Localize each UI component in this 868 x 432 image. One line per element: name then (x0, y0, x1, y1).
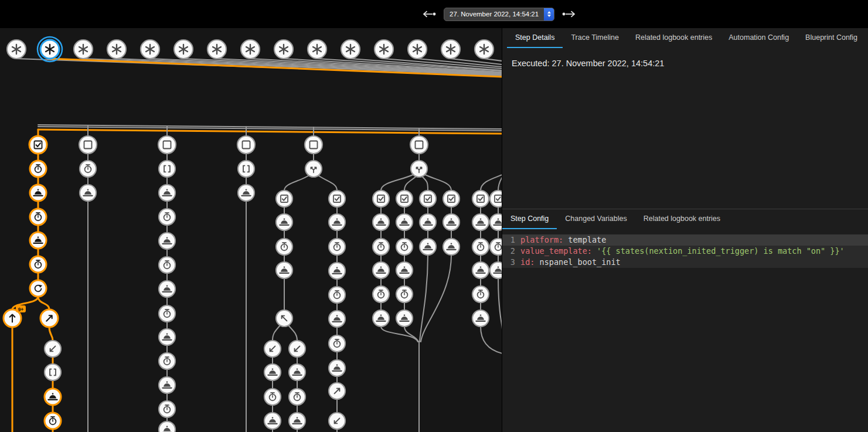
graph-node-timer[interactable] (80, 161, 96, 177)
graph-node-repeat[interactable] (30, 280, 46, 297)
graph-node-dome[interactable] (276, 214, 292, 230)
graph-node-dome[interactable] (276, 262, 292, 278)
graph-node-brackets[interactable] (238, 161, 254, 177)
graph-node-arrow-bottom-left[interactable] (264, 341, 281, 357)
graph-node-dome[interactable] (420, 239, 436, 255)
graph-node-timer[interactable] (45, 413, 61, 429)
graph-node-dome[interactable] (264, 364, 281, 380)
graph-node-arrow-top-right[interactable] (329, 383, 345, 399)
graph-node-checkbox-blank[interactable] (305, 136, 322, 154)
graph-node-checkbox-marked[interactable] (373, 191, 389, 207)
graph-node-asterisk[interactable] (174, 40, 193, 59)
graph-node-asterisk[interactable] (375, 40, 393, 59)
graph-node-checkbox-blank[interactable] (410, 136, 428, 154)
graph-node-dome[interactable] (443, 239, 459, 255)
trace-timestamp-select[interactable]: 27. November 2022, 14:54:21 (444, 8, 554, 21)
graph-node-dome[interactable] (159, 421, 175, 432)
graph-node-timer[interactable] (159, 257, 175, 273)
graph-node-dome[interactable] (490, 262, 502, 278)
graph-node-dome[interactable] (420, 214, 436, 230)
graph-node-asterisk[interactable] (74, 40, 93, 59)
next-trace-button[interactable] (561, 9, 577, 19)
graph-node-timer[interactable] (329, 335, 345, 352)
graph-node-checkbox-blank[interactable] (158, 136, 176, 154)
graph-node-dome[interactable] (45, 389, 61, 405)
graph-node-dome[interactable] (289, 364, 305, 380)
graph-node-asterisk[interactable] (341, 40, 360, 59)
graph-node-checkbox-blank[interactable] (79, 136, 97, 154)
graph-node-timer[interactable] (472, 239, 489, 255)
graph-node-timer[interactable] (276, 239, 292, 255)
select-stepper-icon[interactable] (544, 8, 554, 21)
graph-node-asterisk[interactable] (38, 37, 62, 62)
graph-node-timer[interactable] (490, 239, 502, 255)
graph-node-asterisk[interactable] (241, 40, 260, 59)
graph-node-brackets[interactable] (45, 364, 61, 380)
graph-node-arrow-top-right[interactable] (40, 309, 58, 327)
graph-node-checkbox-blank[interactable] (237, 136, 255, 154)
graph-node-dome[interactable] (159, 329, 175, 345)
graph-node-call-split[interactable] (411, 161, 427, 177)
graph-node-timer[interactable] (159, 401, 175, 417)
graph-node-dome[interactable] (159, 377, 175, 393)
graph-node-timer[interactable] (329, 239, 345, 255)
graph-node-timer[interactable] (159, 353, 175, 369)
graph-node-dome[interactable] (373, 214, 389, 230)
graph-node-dome[interactable] (264, 413, 281, 429)
graph-node-checkbox-marked[interactable] (329, 191, 345, 207)
graph-node-asterisk[interactable] (207, 40, 226, 59)
graph-node-dome[interactable] (472, 262, 489, 278)
graph-node-timer[interactable] (159, 209, 175, 225)
graph-node-dome[interactable] (30, 185, 46, 201)
graph-node-arrow-top-left[interactable] (276, 310, 292, 326)
graph-node-asterisk[interactable] (107, 40, 126, 59)
graph-node-timer[interactable] (373, 239, 389, 255)
graph-node-dome[interactable] (396, 310, 413, 326)
graph-node-asterisk[interactable] (7, 40, 26, 59)
graph-node-checkbox-marked[interactable] (420, 191, 436, 207)
graph-node-dome[interactable] (472, 310, 489, 326)
graph-node-dome[interactable] (373, 310, 389, 326)
graph-node-dome[interactable] (373, 262, 389, 278)
graph-node-dome[interactable] (329, 263, 345, 279)
graph-node-arrow-bottom-left[interactable] (289, 341, 305, 357)
graph-node-dome[interactable] (329, 360, 345, 376)
code-line[interactable]: 2value_template: '{{ states(nextion_init… (502, 246, 868, 257)
graph-node-arrow-bottom-left[interactable] (329, 413, 345, 429)
graph-node-timer[interactable] (472, 286, 489, 302)
graph-node-dome[interactable] (329, 311, 345, 327)
tab-automation-config[interactable]: Automation Config (720, 28, 797, 48)
graph-node-asterisk[interactable] (441, 40, 460, 59)
tab-step-details[interactable]: Step Details (507, 28, 563, 48)
graph-node-checkbox-marked[interactable] (276, 191, 292, 207)
graph-node-checkbox-marked[interactable] (29, 136, 47, 154)
tab-step-config[interactable]: Step Config (502, 209, 557, 229)
previous-trace-button[interactable] (421, 9, 437, 19)
graph-node-dome[interactable] (159, 185, 175, 201)
graph-node-asterisk[interactable] (274, 40, 293, 59)
graph-node-timer[interactable] (373, 286, 389, 302)
graph-node-dome[interactable] (396, 262, 413, 278)
graph-node-timer[interactable] (159, 305, 175, 322)
graph-node-checkbox-marked[interactable] (396, 191, 413, 207)
graph-node-timer[interactable] (396, 286, 413, 302)
graph-node-timer[interactable] (30, 161, 46, 177)
code-line[interactable]: 1platform: template (502, 234, 868, 246)
graph-node-timer[interactable] (329, 287, 345, 303)
graph-node-asterisk[interactable] (141, 40, 159, 59)
graph-node-checkbox-marked[interactable] (490, 191, 502, 207)
graph-node-checkbox-marked[interactable] (443, 191, 459, 207)
graph-node-timer[interactable] (289, 389, 305, 405)
tab-related-logbook-entries[interactable]: Related logbook entries (627, 28, 720, 48)
graph-node-arrow-bottom-left[interactable] (45, 341, 61, 357)
graph-node-timer[interactable] (30, 209, 46, 225)
graph-node-dome[interactable] (490, 214, 502, 230)
graph-node-asterisk[interactable] (308, 40, 326, 59)
graph-node-asterisk[interactable] (408, 40, 427, 59)
graph-node-call-split[interactable] (305, 161, 322, 177)
graph-node-dome[interactable] (396, 214, 413, 230)
graph-node-timer[interactable] (264, 389, 281, 405)
graph-node-dome[interactable] (472, 214, 489, 230)
graph-node-dome[interactable] (443, 214, 459, 230)
graph-node-dome[interactable] (159, 233, 175, 249)
